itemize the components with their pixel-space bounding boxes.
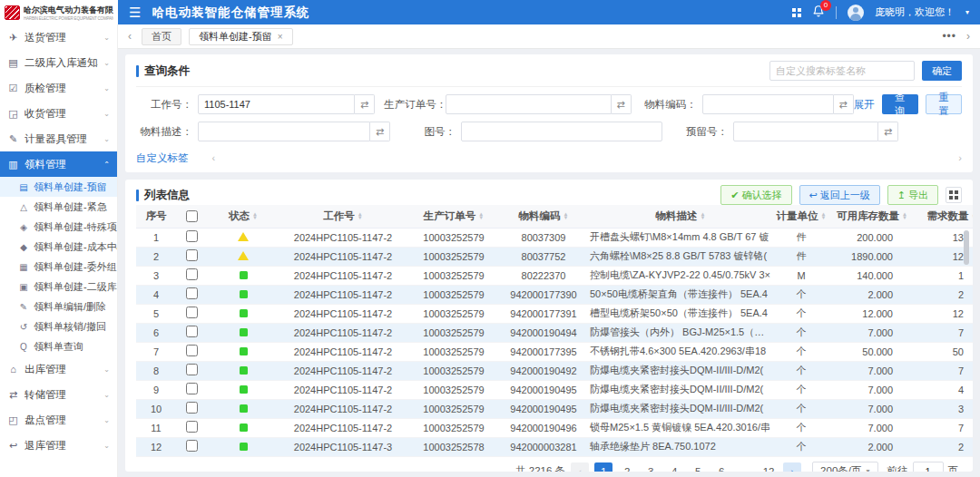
- page-number[interactable]: 3: [642, 462, 660, 472]
- confirm-select-button[interactable]: ✔ 确认选择: [720, 185, 791, 205]
- table-row[interactable]: 122024HPC1105-1147-310003252578942000003…: [136, 437, 973, 456]
- row-checkbox[interactable]: [186, 421, 198, 433]
- table-row[interactable]: 12024HPC1105-1147-21000325257980037309开槽…: [136, 228, 973, 247]
- sidebar-item-receiving[interactable]: ◲ 收货管理 ⌄: [0, 101, 117, 126]
- row-checkbox[interactable]: [186, 364, 198, 375]
- sidebar-item-measuring-instruments[interactable]: ✎ 计量器具管理 ⌄: [0, 126, 117, 151]
- sidebar-subitem-query[interactable]: Q 领料单查询: [0, 336, 117, 356]
- col-code[interactable]: 物料编码▲▼: [501, 205, 586, 228]
- sidebar-subitem-edit-delete[interactable]: ✎ 领料单编辑/删除: [0, 297, 117, 316]
- page-number[interactable]: 1: [594, 462, 612, 472]
- row-checkbox[interactable]: [186, 345, 198, 356]
- next-page-icon[interactable]: ›: [783, 462, 801, 472]
- select-all-checkbox[interactable]: [186, 210, 198, 222]
- filter-icon[interactable]: ⇄: [834, 94, 854, 114]
- table-row[interactable]: 42024HPC1105-1147-2100032525799420001773…: [136, 285, 973, 304]
- row-checkbox[interactable]: [186, 249, 198, 261]
- goto-page-input[interactable]: [913, 462, 944, 472]
- row-checkbox[interactable]: [186, 402, 198, 414]
- material-code-input[interactable]: [702, 94, 834, 114]
- collapse-sidebar-icon[interactable]: ☰: [129, 5, 141, 19]
- reserve-no-input[interactable]: [733, 122, 878, 141]
- vertical-scrollbar[interactable]: [964, 230, 969, 265]
- export-button[interactable]: ↥ 导出: [887, 185, 938, 205]
- page-number[interactable]: 4: [665, 462, 683, 472]
- filter-icon[interactable]: ⇄: [355, 94, 375, 114]
- table-row[interactable]: 62024HPC1105-1147-2100032525799420001904…: [136, 323, 973, 342]
- sidebar-subitem-create-reserve[interactable]: ▤ 领料单创建-预留: [0, 177, 117, 197]
- sidebar-subitem-writeoff-withdraw[interactable]: ↺ 领料单核销/撤回: [0, 316, 117, 336]
- expand-link[interactable]: 展开: [854, 98, 875, 112]
- sidebar-subitem-create-urgent[interactable]: △ 领料单创建-紧急: [0, 197, 117, 217]
- row-checkbox[interactable]: [186, 326, 198, 337]
- sidebar-subitem-create-secondary-store[interactable]: ▣ 领料单创建-二级库: [0, 277, 117, 297]
- sidebar-item-material-requisition[interactable]: ▥ 领料管理 ⌃: [0, 151, 117, 177]
- reset-button[interactable]: 重置: [926, 94, 962, 114]
- page-number[interactable]: 2: [618, 462, 636, 472]
- prev-page-icon[interactable]: ‹: [571, 462, 589, 472]
- page-number[interactable]: 6: [712, 462, 730, 472]
- sidebar-item-quality-inspection[interactable]: ☑ 质检管理 ⌄: [0, 75, 117, 101]
- user-menu-caret-icon[interactable]: ▾: [965, 8, 969, 16]
- work-no-input[interactable]: [198, 94, 355, 114]
- sidebar-item-outbound[interactable]: ⌂ 出库管理 ⌄: [0, 356, 117, 382]
- fullscreen-icon[interactable]: [792, 8, 801, 17]
- drawing-no-input[interactable]: [461, 122, 662, 141]
- table-row[interactable]: 82024HPC1105-1147-2100032525799420001904…: [136, 361, 973, 380]
- row-checkbox[interactable]: [186, 287, 198, 299]
- page-number[interactable]: 12: [760, 462, 778, 472]
- table-row[interactable]: 52024HPC1105-1147-2100032525799420001773…: [136, 304, 973, 323]
- user-greeting[interactable]: 庞晓明，欢迎您！: [875, 5, 955, 19]
- table-row[interactable]: 32024HPC1105-1147-21000325257980222370控制…: [136, 266, 973, 285]
- col-unit[interactable]: 计量单位▲▼: [775, 205, 828, 228]
- sidebar-item-return[interactable]: ↩ 退库管理 ⌄: [0, 433, 117, 458]
- production-order-input[interactable]: [446, 94, 612, 114]
- table-row[interactable]: 72024HPC1105-1147-2100032525799420001773…: [136, 342, 973, 361]
- row-checkbox[interactable]: [186, 440, 198, 452]
- tags-scroll-left-icon[interactable]: ‹: [212, 152, 216, 163]
- back-button[interactable]: ↩ 返回上一级: [799, 185, 880, 205]
- tab-scroll-left-icon[interactable]: ‹: [125, 30, 134, 43]
- table-row[interactable]: 112024HPC1105-1147-210003252579942000190…: [136, 418, 973, 437]
- page-ellipsis[interactable]: …: [736, 462, 754, 472]
- col-status[interactable]: 状态▲▼: [207, 205, 279, 228]
- col-demand[interactable]: 需求数量▲▼: [916, 205, 973, 228]
- col-desc[interactable]: 物料描述▲▼: [586, 205, 775, 228]
- tab-create-reserve[interactable]: 领料单创建-预留 ×: [189, 28, 293, 45]
- sidebar-subitem-create-cost-center[interactable]: ◆ 领料单创建-成本中心: [0, 237, 117, 257]
- confirm-button[interactable]: 确定: [922, 61, 962, 81]
- table-row[interactable]: 102024HPC1105-1147-210003252579942000190…: [136, 399, 973, 418]
- tab-scroll-right-icon[interactable]: ›: [964, 30, 973, 43]
- table-row[interactable]: 92024HPC1105-1147-2100032525799420001904…: [136, 380, 973, 399]
- row-checkbox[interactable]: [186, 307, 198, 318]
- custom-tag-link[interactable]: 自定义标签: [136, 151, 189, 165]
- filter-icon[interactable]: ⇄: [612, 94, 632, 114]
- sidebar-item-transfer[interactable]: ⇄ 转储管理 ⌄: [0, 382, 117, 407]
- sidebar-item-secondary-inbound-notice[interactable]: ▤ 二级库入库通知单 ⌄: [0, 50, 117, 75]
- close-icon[interactable]: ×: [278, 29, 283, 44]
- sidebar-item-delivery[interactable]: ✈ 送货管理 ⌄: [0, 24, 117, 50]
- col-work-no[interactable]: 工作号▲▼: [279, 205, 407, 228]
- custom-tag-name-input[interactable]: [769, 61, 915, 81]
- filter-icon[interactable]: ⇄: [370, 122, 390, 141]
- sidebar-subitem-create-special-project[interactable]: ◈ 领料单创建-特殊项目: [0, 217, 117, 237]
- row-checkbox[interactable]: [186, 268, 198, 280]
- tab-home[interactable]: 首页: [142, 28, 181, 45]
- notification-bell-icon[interactable]: 0: [812, 5, 825, 20]
- page-number[interactable]: 5: [689, 462, 707, 472]
- tab-more-icon[interactable]: •••: [942, 30, 956, 43]
- col-order-no[interactable]: 生产订单号▲▼: [407, 205, 501, 228]
- tags-scroll-right-icon[interactable]: ›: [958, 152, 962, 163]
- row-checkbox[interactable]: [186, 230, 198, 242]
- search-button[interactable]: 查询: [882, 94, 918, 114]
- row-checkbox[interactable]: [186, 383, 198, 394]
- filter-icon[interactable]: ⇄: [878, 122, 898, 141]
- material-desc-input[interactable]: [198, 122, 370, 141]
- user-avatar[interactable]: [848, 5, 864, 21]
- table-row[interactable]: 22024HPC1105-1147-21000325257980037752六角…: [136, 247, 973, 266]
- page-size-select[interactable]: 200条/页 ▾: [812, 462, 877, 472]
- sidebar-item-stocktaking[interactable]: ◰ 盘点管理 ⌄: [0, 407, 117, 433]
- sidebar-subitem-create-outsourced[interactable]: ▦ 领料单创建-委外组件: [0, 257, 117, 277]
- column-settings-icon[interactable]: [946, 187, 962, 203]
- col-stock[interactable]: 可用库存数量▲▼: [828, 205, 916, 228]
